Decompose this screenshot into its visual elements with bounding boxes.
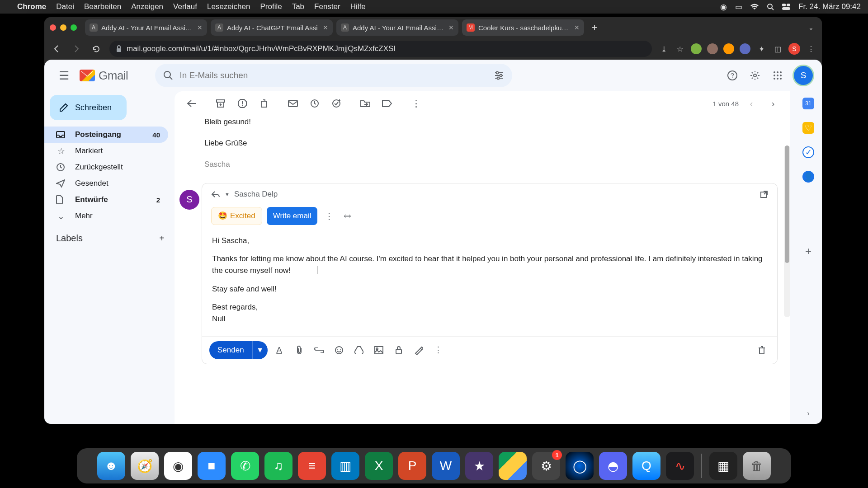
dock-siri-icon[interactable]: ◯ [566, 452, 594, 480]
add-label-icon[interactable]: + [159, 233, 165, 244]
move-to-icon[interactable] [356, 94, 374, 113]
dock-imovie-icon[interactable]: ★ [465, 452, 493, 480]
drive-icon[interactable] [351, 342, 367, 358]
delete-icon[interactable] [255, 94, 273, 113]
dock-finder-icon[interactable]: ☻ [97, 452, 125, 480]
search-options-icon[interactable] [494, 71, 504, 80]
nav-more[interactable]: ⌄ Mehr [44, 208, 168, 224]
gmail-logo[interactable]: Gmail [80, 69, 128, 83]
add-task-icon[interactable] [327, 94, 345, 113]
image-icon[interactable] [371, 342, 387, 358]
dock-trash-icon[interactable]: 🗑 [743, 452, 771, 480]
settings-gear-icon[interactable] [749, 69, 761, 82]
close-tab-icon[interactable]: ✕ [323, 24, 328, 31]
app-menu[interactable]: Chrome [17, 2, 46, 11]
spam-icon[interactable] [233, 94, 251, 113]
tone-chip-excited[interactable]: 🤩 Excited [211, 207, 262, 225]
spotlight-icon[interactable] [767, 3, 774, 10]
scrollbar[interactable] [784, 145, 790, 317]
menu-lesezeichen[interactable]: Lesezeichen [207, 2, 250, 11]
signature-icon[interactable] [410, 342, 427, 358]
close-tab-icon[interactable]: ✕ [574, 24, 580, 31]
send-button[interactable]: Senden ▼ [209, 341, 268, 359]
clock[interactable]: Fr. 24. März 09:42 [798, 2, 861, 11]
contacts-addon-icon[interactable]: 👤 [802, 171, 814, 183]
tab-list-dropdown-icon[interactable]: ⌄ [806, 24, 816, 31]
support-icon[interactable]: ? [726, 69, 739, 82]
dock-excel-icon[interactable]: X [365, 452, 393, 480]
tab-1[interactable]: A Addy AI - ChatGPT Email Assi ✕ [211, 19, 333, 36]
dock-zoom-icon[interactable]: ■ [198, 452, 226, 480]
dock-whatsapp-icon[interactable]: ✆ [231, 452, 259, 480]
nav-drafts[interactable]: Entwürfe 2 [44, 192, 168, 208]
menu-fenster[interactable]: Fenster [314, 2, 340, 11]
next-page-icon[interactable]: › [764, 94, 782, 113]
get-addons-icon[interactable]: + [805, 245, 811, 258]
dock-powerpoint-icon[interactable]: P [398, 452, 426, 480]
formatting-icon[interactable]: A [271, 342, 288, 358]
extension-3-icon[interactable] [723, 43, 734, 54]
archive-icon[interactable] [212, 94, 230, 113]
nav-inbox[interactable]: Posteingang 40 [44, 127, 168, 143]
tasks-addon-icon[interactable]: ✓ [802, 146, 814, 158]
reply-type-icon[interactable] [211, 191, 220, 198]
attach-icon[interactable] [291, 342, 307, 358]
battery-icon[interactable]: ▭ [735, 2, 742, 12]
control-center-icon[interactable] [782, 4, 790, 10]
maximize-window-button[interactable] [71, 24, 77, 31]
menu-hilfe[interactable]: Hilfe [350, 2, 366, 11]
ai-more-icon[interactable]: ⋮ [322, 211, 336, 221]
record-icon[interactable]: ◉ [720, 2, 727, 12]
tab-2[interactable]: A Addy AI - Your AI Email Assista ✕ [336, 19, 458, 36]
emoji-icon[interactable] [331, 342, 347, 358]
dock-drive-icon[interactable] [499, 452, 527, 480]
nav-starred[interactable]: ☆ Markiert [44, 143, 168, 159]
dock-chrome-icon[interactable]: ◉ [164, 452, 192, 480]
minimize-window-button[interactable] [60, 24, 66, 31]
omnibox[interactable]: mail.google.com/mail/u/1/#inbox/QgrcJHrh… [109, 41, 652, 57]
apps-grid-icon[interactable] [771, 69, 784, 82]
extensions-puzzle-icon[interactable]: ✦ [756, 43, 767, 54]
calendar-addon-icon[interactable]: 31 [802, 98, 814, 109]
menu-verlauf[interactable]: Verlauf [173, 2, 197, 11]
popout-icon[interactable] [760, 190, 768, 198]
install-pwa-icon[interactable]: ⤓ [658, 43, 669, 54]
ai-expand-icon[interactable]: ⤢ [339, 207, 356, 224]
dock-discord-icon[interactable]: ◓ [599, 452, 627, 480]
tab-3-active[interactable]: M Cooler Kurs - saschadelpkurse ✕ [462, 19, 584, 36]
sender-avatar[interactable]: S [179, 190, 199, 210]
prev-page-icon[interactable]: ‹ [742, 94, 760, 113]
compose-body[interactable]: Hi Sascha, Thanks for letting me know ab… [202, 230, 777, 336]
menu-datei[interactable]: Datei [56, 2, 74, 11]
confidential-icon[interactable] [391, 342, 407, 358]
extension-4-icon[interactable] [740, 43, 750, 54]
reply-type-dropdown-icon[interactable]: ▼ [225, 192, 230, 197]
more-actions-icon[interactable]: ⋮ [407, 94, 425, 113]
compose-button[interactable]: Schreiben [50, 95, 127, 120]
extension-1-icon[interactable] [691, 43, 702, 54]
write-email-button[interactable]: Write email [267, 207, 318, 225]
menu-bearbeiten[interactable]: Bearbeiten [84, 2, 121, 11]
bookmark-star-icon[interactable]: ☆ [675, 43, 685, 54]
tab-0[interactable]: A Addy AI - Your AI Email Assista ✕ [85, 19, 207, 36]
recipient-name[interactable]: Sascha Delp [234, 190, 278, 199]
close-window-button[interactable] [50, 24, 56, 31]
dock-trello-icon[interactable]: ▥ [331, 452, 359, 480]
mail-scroll[interactable]: Bleib gesund! Liebe Grüße Sascha S ▼ Sas… [175, 116, 790, 424]
dock-voicememos-icon[interactable]: ∿ [666, 452, 694, 480]
menu-anzeigen[interactable]: Anzeigen [131, 2, 163, 11]
dock-word-icon[interactable]: W [432, 452, 460, 480]
chrome-menu-icon[interactable]: ⋮ [806, 43, 816, 54]
link-icon[interactable] [311, 342, 327, 358]
send-options-dropdown-icon[interactable]: ▼ [252, 341, 268, 359]
keep-addon-icon[interactable]: ♡ [802, 122, 814, 134]
menu-tab[interactable]: Tab [292, 2, 304, 11]
account-avatar[interactable]: S [794, 66, 813, 85]
dock-settings-icon[interactable]: ⚙1 [532, 452, 560, 480]
dock-todoist-icon[interactable]: ≡ [298, 452, 326, 480]
discard-draft-icon[interactable] [754, 342, 770, 358]
dock-quicktime-icon[interactable]: Q [632, 452, 660, 480]
snooze-icon[interactable] [306, 94, 324, 113]
dock-safari-icon[interactable]: 🧭 [131, 452, 159, 480]
close-tab-icon[interactable]: ✕ [197, 24, 203, 31]
